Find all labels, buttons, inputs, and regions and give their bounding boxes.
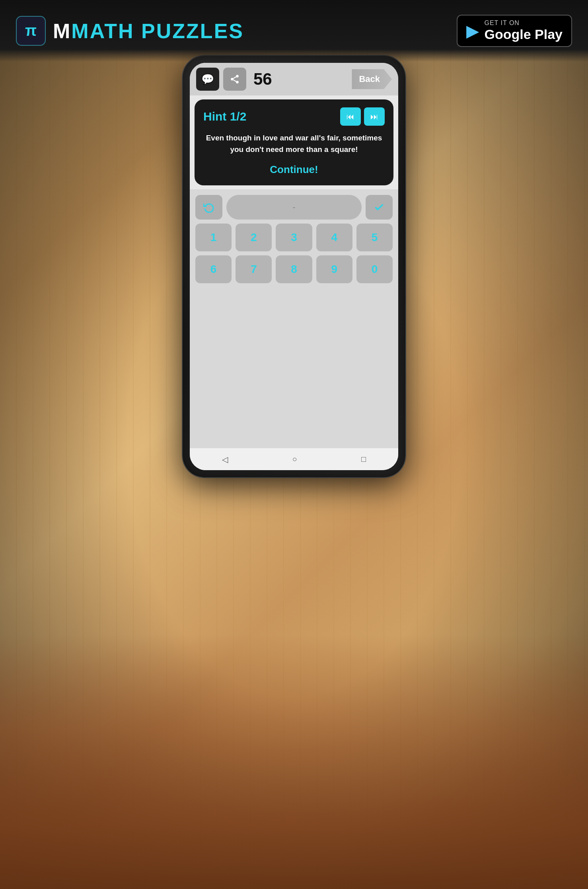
- svg-line-4: [233, 77, 236, 78]
- google-play-badge[interactable]: ▶ GET IT ON Google Play: [457, 15, 572, 47]
- phone-wrapper: 💬 56 Back Hint 1/2: [183, 56, 405, 477]
- key-4[interactable]: 4: [316, 224, 352, 251]
- svg-line-3: [233, 80, 236, 82]
- key-9[interactable]: 9: [316, 255, 352, 283]
- level-number: 56: [253, 70, 272, 89]
- numpad-row-1: 1 2 3 4 5: [195, 224, 393, 251]
- app-title: MMATH PUZZLES: [53, 19, 244, 43]
- google-play-text: GET IT ON Google Play: [485, 19, 563, 42]
- nav-back-button[interactable]: ◁: [222, 455, 228, 464]
- hint-continue-button[interactable]: Continue!: [203, 163, 385, 176]
- hint-next-button[interactable]: ⏭: [364, 107, 385, 126]
- get-it-on-label: GET IT ON: [485, 19, 563, 27]
- key-5[interactable]: 5: [356, 224, 393, 251]
- nav-home-button[interactable]: ○: [292, 455, 297, 464]
- key-1[interactable]: 1: [195, 224, 232, 251]
- key-6[interactable]: 6: [195, 255, 232, 283]
- key-3[interactable]: 3: [276, 224, 312, 251]
- svg-point-2: [236, 81, 239, 84]
- hint-prev-button[interactable]: ⏮: [340, 107, 361, 126]
- app-title-m: M: [53, 19, 71, 43]
- store-name-label: Google Play: [485, 27, 563, 42]
- header-bar: π MMATH PUZZLES ▶ GET IT ON Google Play: [0, 0, 588, 62]
- logo-area: π MMATH PUZZLES: [16, 16, 244, 46]
- answer-input[interactable]: -: [226, 195, 362, 220]
- input-row: -: [195, 195, 393, 220]
- nav-recents-button[interactable]: □: [361, 455, 366, 464]
- key-7[interactable]: 7: [236, 255, 272, 283]
- key-0[interactable]: 0: [356, 255, 393, 283]
- hint-title: Hint 1/2: [203, 110, 246, 123]
- android-nav-bar: ◁ ○ □: [190, 448, 398, 470]
- check-button[interactable]: [366, 195, 393, 220]
- hint-card: Hint 1/2 ⏮ ⏭ Even though in love and war…: [195, 99, 393, 185]
- hint-body-text: Even though in love and war all's fair, …: [203, 132, 385, 156]
- hint-navigation: ⏮ ⏭: [340, 107, 385, 126]
- phone-top-bar: 💬 56 Back: [190, 63, 398, 95]
- google-play-icon: ▶: [466, 21, 479, 41]
- hint-header: Hint 1/2 ⏮ ⏭: [203, 107, 385, 126]
- key-2[interactable]: 2: [236, 224, 272, 251]
- key-8[interactable]: 8: [276, 255, 312, 283]
- svg-point-1: [231, 78, 234, 81]
- phone-screen: 💬 56 Back Hint 1/2: [190, 63, 398, 470]
- numpad-row-2: 6 7 8 9 0: [195, 255, 393, 283]
- svg-point-0: [236, 75, 239, 78]
- phone-outer: 💬 56 Back Hint 1/2: [183, 56, 405, 477]
- share-button[interactable]: [223, 68, 246, 91]
- back-button[interactable]: Back: [352, 69, 392, 89]
- keypad-area: - 1 2 3 4 5 6 7: [190, 189, 398, 448]
- reset-button[interactable]: [195, 195, 222, 220]
- app-title-text: MATH PUZZLES: [71, 19, 244, 43]
- chat-button[interactable]: 💬: [196, 68, 219, 91]
- pi-icon: π: [16, 16, 46, 46]
